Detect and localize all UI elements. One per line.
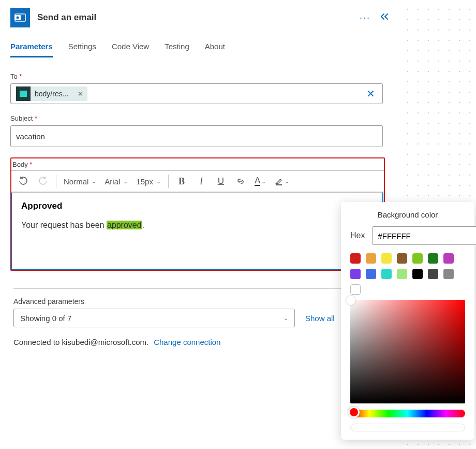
advanced-select[interactable]: Showing 0 of 7 ⌄: [13, 309, 295, 327]
color-swatch[interactable]: [350, 269, 361, 279]
color-swatch[interactable]: [366, 253, 376, 264]
tab-code-view[interactable]: Code View: [112, 42, 149, 57]
to-input[interactable]: body/res... ✕ ✕: [10, 83, 383, 104]
tab-about[interactable]: About: [205, 42, 225, 57]
color-swatch[interactable]: [443, 253, 454, 264]
color-picker-title: Background color: [350, 210, 465, 219]
advanced-row: Showing 0 of 7 ⌄ Show all: [10, 309, 393, 327]
font-size-select[interactable]: 15px⌄: [133, 177, 164, 186]
undo-button[interactable]: [14, 172, 32, 190]
tab-bar: Parameters Settings Code View Testing Ab…: [7, 33, 396, 58]
hue-cursor[interactable]: [348, 407, 360, 418]
panel-title: Send an email: [37, 12, 352, 23]
color-swatch[interactable]: [366, 269, 376, 279]
rich-text-toolbar: Normal⌄ Arial⌄ 15px⌄ B I U A⌄ ⌄: [11, 170, 384, 192]
tab-parameters[interactable]: Parameters: [10, 42, 53, 57]
connection-text: Connected to kisubedi@microsoft.com.: [13, 338, 148, 346]
connection-row: Connected to kisubedi@microsoft.com. Cha…: [10, 327, 393, 357]
gradient-cursor[interactable]: [346, 296, 355, 305]
body-paragraph: Your request has been approved.: [21, 221, 373, 230]
hex-row: Hex: [350, 226, 465, 245]
body-field: Body * Normal⌄ Arial⌄ 15px⌄ B I U: [10, 157, 385, 271]
change-connection-link[interactable]: Change connection: [154, 338, 220, 346]
collapse-icon[interactable]: [380, 13, 389, 22]
saturation-gradient[interactable]: [350, 300, 465, 403]
color-swatch[interactable]: [350, 253, 361, 264]
outlook-icon: [10, 8, 30, 27]
format-select[interactable]: Normal⌄: [61, 177, 99, 186]
color-swatch[interactable]: [397, 253, 407, 264]
chevron-down-icon: ⌄: [284, 315, 288, 322]
color-swatch[interactable]: [428, 253, 438, 264]
redo-button[interactable]: [34, 172, 52, 190]
more-icon[interactable]: ···: [360, 12, 370, 23]
color-swatch[interactable]: [397, 269, 407, 279]
hex-label: Hex: [350, 231, 365, 240]
color-swatch[interactable]: [443, 269, 454, 279]
color-swatch[interactable]: [428, 269, 438, 279]
font-color-button[interactable]: A⌄: [251, 177, 269, 186]
italic-button[interactable]: I: [192, 172, 210, 190]
swatch-grid: [350, 253, 465, 279]
to-field: To * body/res... ✕ ✕: [10, 73, 393, 104]
color-picker-popup: Background color Hex: [341, 202, 474, 440]
subject-label: Subject *: [10, 114, 393, 122]
tab-testing[interactable]: Testing: [165, 42, 189, 57]
token-icon: [16, 86, 31, 101]
color-swatch[interactable]: [381, 269, 392, 279]
bold-button[interactable]: B: [173, 172, 190, 190]
divider: [13, 288, 345, 289]
hue-slider[interactable]: [350, 410, 465, 417]
svg-point-2: [17, 17, 19, 19]
advanced-label: Advanced parameters: [10, 297, 393, 306]
header-actions: ···: [360, 12, 393, 23]
swatch-white[interactable]: [350, 284, 361, 295]
color-swatch[interactable]: [412, 253, 423, 264]
body-label: Body *: [11, 161, 384, 170]
form-area: To * body/res... ✕ ✕ Subject * Body *: [7, 58, 396, 357]
highlighted-text: approved: [107, 221, 142, 229]
hex-input[interactable]: [372, 226, 476, 245]
color-swatch[interactable]: [381, 253, 392, 264]
subject-field: Subject *: [10, 114, 393, 147]
alpha-slider[interactable]: [350, 424, 465, 431]
link-button[interactable]: [232, 172, 249, 190]
body-editor[interactable]: Approved Your request has been approved.: [11, 192, 383, 270]
body-heading: Approved: [21, 201, 373, 211]
clear-to-icon[interactable]: ✕: [366, 88, 377, 100]
remove-token-icon[interactable]: ✕: [75, 90, 86, 98]
show-all-link[interactable]: Show all: [305, 314, 335, 323]
font-select[interactable]: Arial⌄: [101, 177, 131, 186]
underline-button[interactable]: U: [212, 172, 230, 190]
token-label: body/res...: [35, 90, 70, 98]
tab-settings[interactable]: Settings: [68, 42, 96, 57]
toolbar-separator: [168, 175, 169, 188]
subject-input[interactable]: [10, 125, 383, 147]
toolbar-separator: [56, 175, 56, 188]
token-chip[interactable]: body/res... ✕: [16, 86, 87, 101]
to-chip-container: body/res... ✕: [16, 86, 362, 101]
to-label: To *: [10, 73, 393, 80]
color-swatch[interactable]: [412, 269, 423, 279]
highlight-color-button[interactable]: ⌄: [271, 177, 292, 186]
action-panel: Send an email ··· Parameters Settings Co…: [7, 3, 396, 357]
panel-header: Send an email ···: [7, 3, 396, 33]
